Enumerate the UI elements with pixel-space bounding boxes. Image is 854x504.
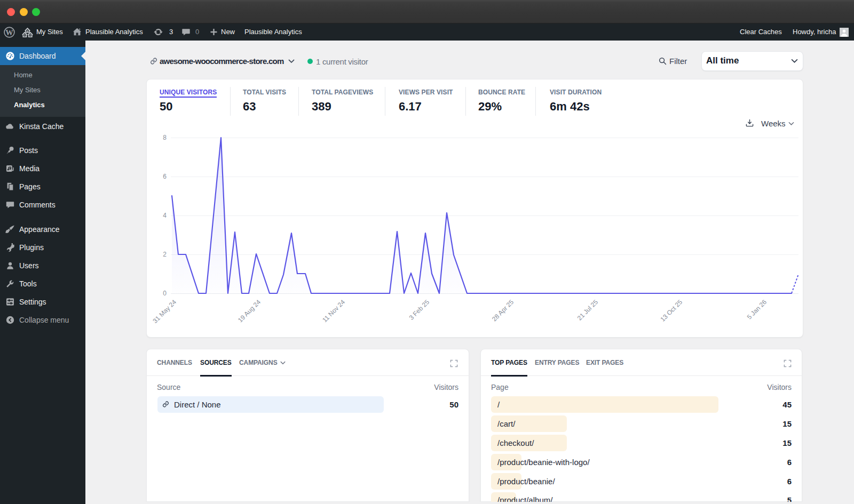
svg-text:11 Nov 24: 11 Nov 24 [321,298,346,324]
svg-text:3 Feb 25: 3 Feb 25 [408,298,431,322]
svg-text:2: 2 [163,251,167,258]
svg-text:8: 8 [163,134,167,141]
svg-text:19 Aug 24: 19 Aug 24 [236,298,262,324]
svg-text:28 Apr 25: 28 Apr 25 [491,298,515,323]
svg-text:21 Jul 25: 21 Jul 25 [576,298,600,322]
svg-text:13 Oct 25: 13 Oct 25 [659,298,684,323]
svg-text:6: 6 [163,173,167,180]
svg-text:31 May 24: 31 May 24 [152,298,178,325]
svg-text:5 Jan 26: 5 Jan 26 [746,298,769,321]
svg-text:W: W [5,28,13,37]
svg-text:4: 4 [163,212,167,219]
svg-text:0: 0 [163,290,167,297]
